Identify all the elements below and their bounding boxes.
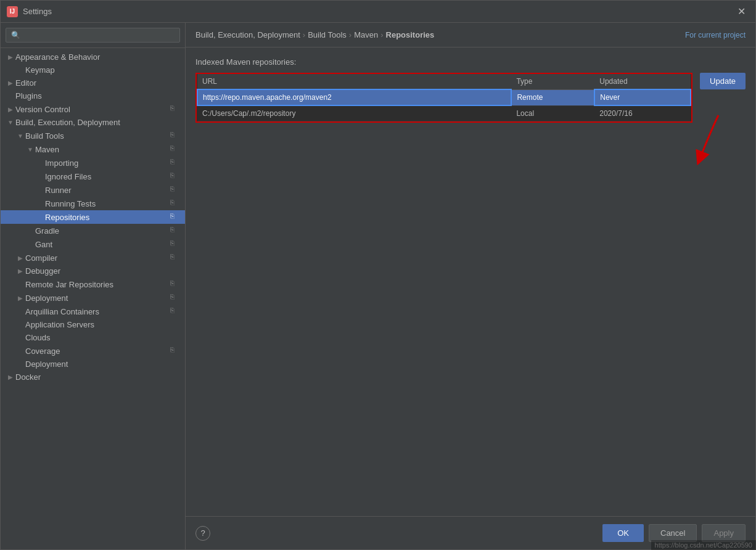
sidebar-item-label: Running Tests <box>45 199 168 208</box>
cancel-button[interactable]: Cancel <box>649 524 697 542</box>
breadcrumb-sep2: › <box>349 30 351 39</box>
sidebar-item-label: Keymap <box>25 65 180 75</box>
table-row[interactable]: C:/Users/Cap/.m2/repository Local 2020/7… <box>197 105 691 121</box>
sidebar-item-label: Debugger <box>25 266 180 276</box>
sidebar-item-clouds[interactable]: Clouds <box>1 331 185 344</box>
sidebar-item-repositories[interactable]: Repositories ⎘ <box>1 210 185 224</box>
update-button[interactable]: Update <box>700 73 746 89</box>
sidebar-item-importing[interactable]: Importing <box>1 156 185 170</box>
copy-icon <box>170 239 180 249</box>
apply-button[interactable]: Apply <box>702 524 746 542</box>
sidebar-item-label: Docker <box>15 372 180 382</box>
copy-icon <box>170 131 180 141</box>
arrow-icon: ▶ <box>6 80 15 86</box>
sidebar-item-label: Editor <box>15 78 180 88</box>
arrow-icon: ▶ <box>15 295 25 302</box>
cell-url: C:/Users/Cap/.m2/repository <box>197 105 511 121</box>
col-type: Type <box>511 74 594 89</box>
watermark: https://blog.csdn.net/Cap220590 <box>651 540 756 550</box>
sidebar-item-debugger[interactable]: ▶ Debugger <box>1 265 185 277</box>
arrow-icon: ▶ <box>6 54 15 60</box>
copy-icon <box>170 171 180 181</box>
table-container: URL Type Updated https://repo.maven.apac… <box>195 73 692 123</box>
sidebar-item-version-control[interactable]: ▶ Version Control <box>1 102 185 116</box>
breadcrumb-sep1: › <box>303 30 305 39</box>
cell-url: https://repo.maven.apache.org/maven2 <box>197 89 511 105</box>
cell-updated: 2020/7/16 <box>594 105 691 121</box>
sidebar-item-label: Gant <box>35 240 168 249</box>
sidebar-item-deployment2[interactable]: Deployment <box>1 358 185 371</box>
sidebar-item-gradle[interactable]: Gradle <box>1 224 185 237</box>
repo-table: URL Type Updated https://repo.maven.apac… <box>197 74 691 121</box>
bottom-buttons: OK Cancel Apply <box>602 524 746 542</box>
sidebar-item-plugins[interactable]: Plugins <box>1 89 185 102</box>
copy-icon <box>170 306 180 316</box>
table-row[interactable]: https://repo.maven.apache.org/maven2 Rem… <box>197 89 691 105</box>
sidebar-item-label: Deployment <box>25 293 168 303</box>
side-buttons: Update <box>700 73 746 123</box>
sidebar-item-application-servers[interactable]: Application Servers <box>1 318 185 331</box>
sidebar-item-keymap[interactable]: Keymap <box>1 64 185 76</box>
arrow-icon: ▼ <box>6 119 15 126</box>
help-button[interactable]: ? <box>195 526 210 541</box>
sidebar-item-label: Application Servers <box>25 320 180 329</box>
sidebar-item-compiler[interactable]: ▶ Compiler <box>1 251 185 265</box>
copy-icon <box>170 253 180 263</box>
cell-updated: Never <box>594 89 691 105</box>
copy-icon <box>170 185 180 195</box>
sidebar-item-maven[interactable]: ▼ Maven <box>1 142 185 156</box>
window-title: Settings <box>23 7 734 16</box>
panel-content: Indexed Maven repositories: URL Type Upd… <box>186 47 755 516</box>
title-bar: IJ Settings ✕ <box>1 1 755 23</box>
search-box <box>1 23 185 48</box>
sidebar-item-label: Plugins <box>15 91 180 101</box>
sidebar-item-deployment[interactable]: ▶ Deployment <box>1 291 185 305</box>
sidebar-item-build-execution-deployment[interactable]: ▼ Build, Execution, Deployment <box>1 116 185 129</box>
sidebar-item-runner[interactable]: Runner <box>1 183 185 197</box>
main-content: ▶ Appearance & Behavior Keymap ▶ Editor … <box>1 23 755 549</box>
close-button[interactable]: ✕ <box>734 4 749 18</box>
sidebar-item-appearance[interactable]: ▶ Appearance & Behavior <box>1 51 185 64</box>
col-url: URL <box>197 74 511 89</box>
sidebar-item-label: Version Control <box>15 105 168 114</box>
copy-icon <box>170 158 180 168</box>
sidebar-item-ignored-files[interactable]: Ignored Files <box>1 170 185 183</box>
arrow-icon: ▶ <box>6 374 15 380</box>
sidebar-item-coverage[interactable]: Coverage <box>1 344 185 358</box>
breadcrumb-part2: Build Tools <box>308 30 347 39</box>
sidebar-item-editor[interactable]: ▶ Editor <box>1 76 185 89</box>
sidebar-item-label: Gradle <box>35 226 168 236</box>
ok-button[interactable]: OK <box>602 524 644 542</box>
for-current-project: For current project <box>685 31 746 39</box>
copy-icon: ⎘ <box>170 212 180 222</box>
sidebar-item-label: Deployment <box>25 359 180 369</box>
sidebar-tree: ▶ Appearance & Behavior Keymap ▶ Editor … <box>1 48 185 549</box>
sidebar-item-arquillian-containers[interactable]: Arquillian Containers <box>1 305 185 318</box>
sidebar-item-label: Build, Execution, Deployment <box>15 118 180 127</box>
copy-icon <box>170 199 180 208</box>
copy-icon <box>170 144 180 154</box>
sidebar-item-label: Compiler <box>25 253 168 263</box>
arrow-icon: ▶ <box>15 268 25 274</box>
arrow-icon: ▼ <box>15 133 25 139</box>
search-input[interactable] <box>6 28 180 43</box>
section-title: Indexed Maven repositories: <box>195 57 746 67</box>
col-updated: Updated <box>594 74 691 89</box>
sidebar-item-running-tests[interactable]: Running Tests <box>1 197 185 210</box>
sidebar-item-remote-jar-repositories[interactable]: Remote Jar Repositories <box>1 277 185 291</box>
sidebar-item-build-tools[interactable]: ▼ Build Tools <box>1 129 185 142</box>
sidebar-item-label: Build Tools <box>25 131 168 141</box>
sidebar-item-label: Repositories <box>45 213 168 222</box>
sidebar-item-gant[interactable]: Gant <box>1 237 185 251</box>
sidebar-item-docker[interactable]: ▶ Docker <box>1 371 185 384</box>
sidebar-item-label: Importing <box>45 158 168 168</box>
cell-type: Remote <box>511 89 594 105</box>
sidebar: ▶ Appearance & Behavior Keymap ▶ Editor … <box>1 23 186 549</box>
copy-icon <box>170 104 180 114</box>
sidebar-item-label: Clouds <box>25 333 180 342</box>
arrow-icon: ▶ <box>6 106 15 113</box>
breadcrumb-part1: Build, Execution, Deployment <box>195 30 300 39</box>
sidebar-item-label: Arquillian Containers <box>25 307 168 316</box>
arrow-icon: ▶ <box>15 255 25 261</box>
sidebar-item-label: Coverage <box>25 347 168 356</box>
